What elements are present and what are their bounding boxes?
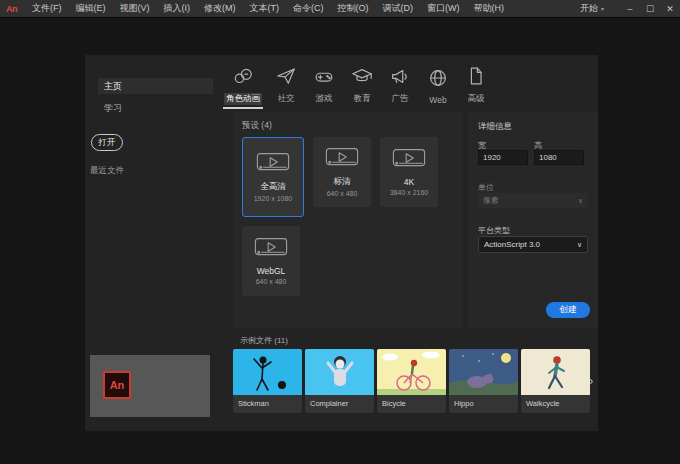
preset-card-webgl[interactable]: WebGL 640 x 480 xyxy=(242,226,300,296)
menu-edit[interactable]: 编辑(E) xyxy=(69,2,113,15)
minimize-button[interactable]: – xyxy=(620,4,640,14)
menu-control[interactable]: 控制(O) xyxy=(331,2,376,15)
tab-label: 教育 xyxy=(354,93,371,105)
platform-label: 平台类型 xyxy=(478,225,510,236)
units-label: 单位 xyxy=(478,182,494,193)
sample-name: Stickman xyxy=(233,395,302,413)
preset-name: 全高清 xyxy=(260,181,286,193)
sample-name: Walkcycle xyxy=(521,395,590,413)
preset-size: 3840 x 2160 xyxy=(390,189,429,196)
menu-insert[interactable]: 插入(I) xyxy=(157,2,198,15)
category-tabbar: 角色动画 社交 游戏 教育 广告 xyxy=(219,65,495,109)
video-preset-icon xyxy=(392,148,426,175)
paper-plane-icon xyxy=(275,65,297,91)
sample-card-complainer[interactable]: Complainer xyxy=(305,349,374,413)
preset-name: 标清 xyxy=(334,176,351,188)
chevron-down-icon: ∨ xyxy=(577,241,582,249)
tab-ads[interactable]: 广告 xyxy=(381,65,419,109)
character-animation-icon xyxy=(232,65,254,91)
tab-label: Web xyxy=(429,95,446,105)
preset-card-standard[interactable]: 标清 640 x 480 xyxy=(313,137,371,207)
menu-help[interactable]: 帮助(H) xyxy=(467,2,512,15)
tab-character-animation[interactable]: 角色动画 xyxy=(219,65,267,109)
menu-view[interactable]: 视图(V) xyxy=(113,2,157,15)
preset-name: 4K xyxy=(404,177,414,187)
sample-card-hippo[interactable]: Hippo xyxy=(449,349,518,413)
menu-window[interactable]: 窗口(W) xyxy=(420,2,467,15)
sidebar-item-learn[interactable]: 学习 xyxy=(98,100,213,116)
menu-modify[interactable]: 修改(M) xyxy=(197,2,243,15)
video-preset-icon xyxy=(256,152,290,179)
close-button[interactable]: ✕ xyxy=(660,4,680,14)
workspace-label: 开始 xyxy=(580,2,598,15)
welcome-panel: 主页 学习 打开 最近文件 角色动画 社交 游戏 教育 xyxy=(85,55,598,431)
menu-commands[interactable]: 命令(C) xyxy=(286,2,331,15)
megaphone-icon xyxy=(389,65,411,91)
height-input[interactable] xyxy=(534,150,584,165)
workspace-switcher[interactable]: 开始 ▾ xyxy=(580,2,604,15)
sample-card-stickman[interactable]: Stickman xyxy=(233,349,302,413)
tab-education[interactable]: 教育 xyxy=(343,65,381,109)
animate-app-icon: An xyxy=(6,4,17,14)
menu-debug[interactable]: 调试(D) xyxy=(376,2,421,15)
samples-heading: 示例文件 (11) xyxy=(240,335,288,346)
sidebar-item-home[interactable]: 主页 xyxy=(98,78,213,94)
open-button[interactable]: 打开 xyxy=(91,134,123,151)
globe-icon xyxy=(427,67,449,93)
graduation-cap-icon xyxy=(351,65,373,91)
tab-label: 社交 xyxy=(278,93,295,105)
samples-next-button[interactable]: › xyxy=(589,373,593,388)
tab-web[interactable]: Web xyxy=(419,67,457,109)
units-select: 像素 ∨ xyxy=(478,193,588,208)
preset-card-list: 全高清 1920 x 1080 标清 640 x 480 4K 3840 x 2… xyxy=(242,137,456,296)
sample-name: Bicycle xyxy=(377,395,446,413)
walkcycle-thumbnail xyxy=(521,349,590,395)
titlebar: An 文件(F) 编辑(E) 视图(V) 插入(I) 修改(M) 文本(T) 命… xyxy=(0,0,680,18)
hippo-thumbnail xyxy=(449,349,518,395)
stickman-thumbnail xyxy=(233,349,302,395)
sample-name: Hippo xyxy=(449,395,518,413)
tab-social[interactable]: 社交 xyxy=(267,65,305,109)
details-heading: 详细信息 xyxy=(478,121,512,133)
menu-text[interactable]: 文本(T) xyxy=(243,2,287,15)
recent-files-label: 最近文件 xyxy=(90,165,124,177)
preset-size: 1920 x 1080 xyxy=(254,195,293,202)
preset-size: 640 x 480 xyxy=(327,190,358,197)
complainer-thumbnail xyxy=(305,349,374,395)
preset-name: WebGL xyxy=(257,266,286,276)
preset-card-full-hd[interactable]: 全高清 1920 x 1080 xyxy=(242,137,304,217)
tab-game[interactable]: 游戏 xyxy=(305,65,343,109)
preset-size: 640 x 480 xyxy=(256,278,287,285)
chevron-down-icon: ∨ xyxy=(578,197,583,205)
presets-heading: 预设 (4) xyxy=(242,120,272,132)
platform-value: ActionScript 3.0 xyxy=(484,240,540,249)
create-button[interactable]: 创建 xyxy=(546,302,590,318)
game-controller-icon xyxy=(313,65,335,91)
animate-logo: An xyxy=(103,371,131,399)
tab-label: 广告 xyxy=(392,93,409,105)
width-input[interactable] xyxy=(478,150,528,165)
sample-name: Complainer xyxy=(305,395,374,413)
chevron-down-icon: ▾ xyxy=(601,5,604,12)
tab-label: 游戏 xyxy=(316,93,333,105)
preset-card-4k[interactable]: 4K 3840 x 2160 xyxy=(380,137,438,207)
sample-card-walkcycle[interactable]: Walkcycle xyxy=(521,349,590,413)
video-preset-icon xyxy=(254,237,288,264)
sample-file-list: Stickman Complainer xyxy=(233,349,590,413)
platform-select[interactable]: ActionScript 3.0 ∨ xyxy=(478,236,588,253)
video-preset-icon xyxy=(325,147,359,174)
details-section: 详细信息 宽 高 单位 像素 ∨ 平台类型 ActionScript 3.0 ∨… xyxy=(468,112,598,328)
branding-panel: An xyxy=(90,355,210,417)
sample-card-bicycle[interactable]: Bicycle xyxy=(377,349,446,413)
menu-file[interactable]: 文件(F) xyxy=(25,2,69,15)
presets-section: 预设 (4) 全高清 1920 x 1080 标清 640 x 480 xyxy=(233,112,463,328)
tab-label: 角色动画 xyxy=(224,93,262,105)
document-icon xyxy=(465,65,487,91)
maximize-button[interactable]: ☐ xyxy=(640,4,660,14)
tab-advanced[interactable]: 高级 xyxy=(457,65,495,109)
units-value: 像素 xyxy=(483,195,499,206)
bicycle-thumbnail xyxy=(377,349,446,395)
tab-label: 高级 xyxy=(468,93,485,105)
